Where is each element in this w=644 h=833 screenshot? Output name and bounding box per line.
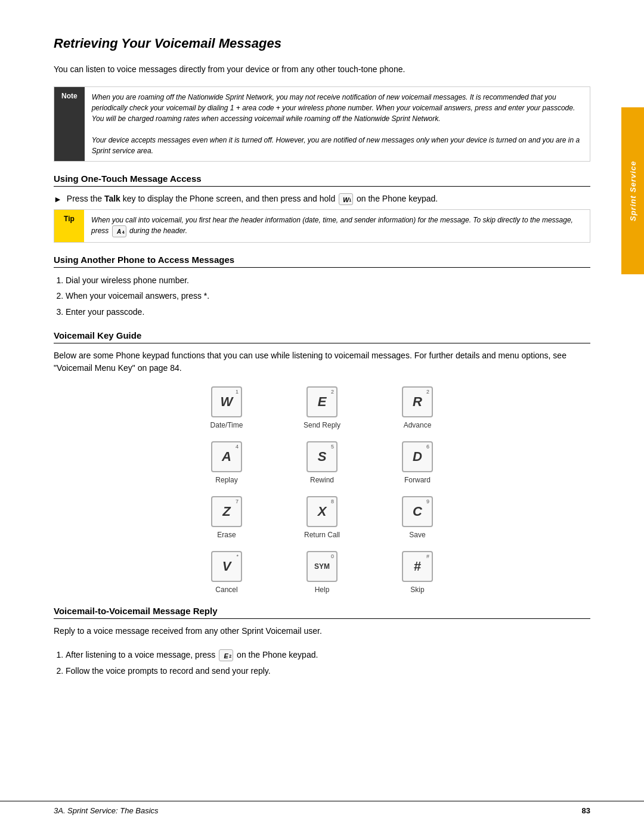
tip-box: Tip When you call into voicemail, you fi… — [54, 209, 590, 243]
key-label-save: Save — [409, 531, 425, 539]
key-icon-a4: A 4 — [211, 441, 242, 472]
key-letter: R — [413, 394, 422, 410]
key-icon-r2: R 2 — [402, 386, 433, 417]
key-icon-e2: E 2 — [306, 386, 338, 417]
bullet-arrow-icon: ► — [54, 193, 62, 206]
intro-text: You can listen to voice messages directl… — [54, 63, 590, 76]
key-label-cancel: Cancel — [215, 586, 237, 594]
tip-key-icon: A4 — [112, 225, 126, 237]
key-letter: V — [222, 559, 231, 574]
key-letter: W — [221, 394, 233, 410]
key-icon-z7: Z 7 — [211, 496, 242, 527]
key-letter: Z — [222, 504, 230, 519]
page-title: Retrieving Your Voicemail Messages — [54, 36, 590, 51]
key-number: 2 — [426, 389, 429, 395]
note-paragraph-1: When you are roaming off the Nationwide … — [92, 92, 583, 124]
section4-list: After listening to a voice message, pres… — [66, 648, 590, 677]
note-paragraph-2: Your device accepts messages even when i… — [92, 135, 583, 156]
section1-bullet: ► Press the Talk key to display the Phon… — [54, 193, 590, 206]
key-number: # — [426, 553, 429, 559]
section1-bullet-text: Press the Talk key to display the Phone … — [67, 193, 438, 205]
key-label-help: Help — [315, 586, 330, 594]
list-item: Enter your passcode. — [66, 305, 590, 318]
key-letter: D — [413, 449, 422, 465]
key-letter: C — [413, 504, 422, 519]
key-label-rewind: Rewind — [310, 476, 334, 484]
key-label-forward: Forward — [404, 476, 431, 484]
key-item-sendreply: E 2 Send Reply — [283, 386, 361, 429]
list-item: Dial your wireless phone number. — [66, 274, 590, 287]
key-item-datetime: W 1 Date/Time — [188, 386, 265, 429]
key-item-cancel: V * Cancel — [188, 551, 265, 594]
key-number: 8 — [331, 498, 334, 504]
footer-bar: 3A. Sprint Service: The Basics 83 — [0, 801, 644, 815]
key-number: 2 — [331, 389, 334, 395]
page-container: Sprint Service Retrieving Your Voicemail… — [0, 0, 644, 833]
key-label-replay: Replay — [215, 476, 237, 484]
key-number: 5 — [331, 444, 334, 450]
footer-text: 3A. Sprint Service: The Basics — [54, 806, 159, 815]
key-letter: A — [222, 449, 231, 465]
list-item: When your voicemail answers, press *. — [66, 289, 590, 302]
key-label-erase: Erase — [217, 531, 236, 539]
w1-key-icon: W1 — [339, 193, 353, 205]
section4-heading: Voicemail-to-Voicemail Message Reply — [54, 606, 590, 619]
key-icon-x8: X 8 — [306, 496, 338, 527]
key-label-advance: Advance — [404, 421, 432, 429]
key-item-erase: Z 7 Erase — [188, 496, 265, 539]
section2-list: Dial your wireless phone number. When yo… — [66, 274, 590, 318]
key-label-sendreply: Send Reply — [304, 421, 340, 429]
key-icon-vstar: V * — [211, 551, 242, 582]
talk-key-label: Talk — [104, 194, 120, 203]
key-item-returncall: X 8 Return Call — [283, 496, 361, 539]
key-guide-grid: W 1 Date/Time E 2 Send Reply R 2 Advance… — [188, 386, 456, 594]
section2-heading: Using Another Phone to Access Messages — [54, 255, 590, 268]
footer-page: 83 — [582, 806, 590, 815]
key-item-advance: R 2 Advance — [379, 386, 456, 429]
section3-intro: Below are some Phone keypad functions th… — [54, 349, 590, 374]
tip-paragraph: When you call into voicemail, you first … — [91, 215, 583, 237]
key-icon-s5: S 5 — [306, 441, 338, 472]
list-item: Follow the voice prompts to record and s… — [66, 664, 590, 677]
key-icon-c9: C 9 — [402, 496, 433, 527]
key-letter: SYM — [314, 562, 330, 571]
key-number: 4 — [236, 444, 239, 450]
tip-content: When you call into voicemail, you first … — [84, 210, 590, 242]
tip-label: Tip — [54, 210, 84, 242]
e2-key-icon: E2 — [219, 649, 233, 661]
key-number: 0 — [331, 553, 334, 559]
section3-heading: Voicemail Key Guide — [54, 330, 590, 343]
side-tab: Sprint Service — [621, 107, 644, 274]
key-item-help: SYM 0 Help — [283, 551, 361, 594]
key-letter: # — [414, 559, 421, 574]
key-icon-sym0: SYM 0 — [306, 551, 338, 582]
note-label: Note — [54, 87, 85, 161]
key-item-skip: # # Skip — [379, 551, 456, 594]
key-item-save: C 9 Save — [379, 496, 456, 539]
section4: Voicemail-to-Voicemail Message Reply Rep… — [54, 606, 590, 677]
key-letter: S — [318, 449, 327, 465]
key-label-skip: Skip — [410, 586, 424, 594]
key-number: 1 — [236, 389, 239, 395]
section1-heading: Using One-Touch Message Access — [54, 174, 590, 187]
key-label-returncall: Return Call — [304, 531, 340, 539]
key-number: * — [236, 553, 239, 559]
key-letter: E — [318, 394, 327, 410]
key-item-replay: A 4 Replay — [188, 441, 265, 484]
key-number: 9 — [426, 498, 429, 504]
key-item-rewind: S 5 Rewind — [283, 441, 361, 484]
key-letter: X — [318, 504, 327, 519]
key-icon-w1: W 1 — [211, 386, 242, 417]
note-box: Note When you are roaming off the Nation… — [54, 86, 590, 162]
key-number: 6 — [426, 444, 429, 450]
note-content: When you are roaming off the Nationwide … — [85, 87, 590, 161]
key-item-forward: D 6 Forward — [379, 441, 456, 484]
key-label-datetime: Date/Time — [210, 421, 243, 429]
list-item: After listening to a voice message, pres… — [66, 648, 590, 661]
section4-intro: Reply to a voice message received from a… — [54, 625, 590, 637]
key-icon-d6: D 6 — [402, 441, 433, 472]
side-tab-label: Sprint Service — [628, 160, 637, 221]
key-number: 7 — [236, 498, 239, 504]
key-icon-hash: # # — [402, 551, 433, 582]
